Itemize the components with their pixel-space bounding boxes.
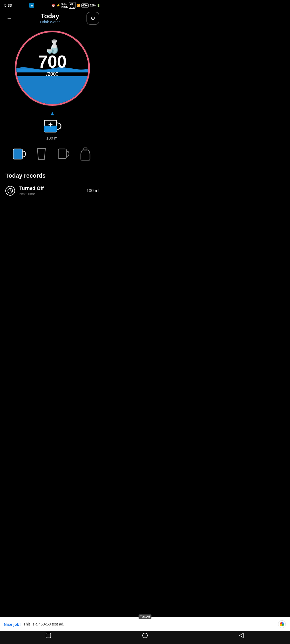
linkedin-icon: in [29,3,34,8]
header: ← Today Drink Water ⚙ [0,10,105,28]
bottle-select-icon [78,147,93,161]
container-mug[interactable] [12,147,27,161]
svg-rect-3 [44,126,57,132]
time-display: 5:33 [4,3,12,8]
mug-add-svg [43,118,61,134]
add-amount-label: 100 ml [46,136,58,140]
bluetooth-icon: ⚡ [56,3,60,7]
svg-rect-8 [58,149,66,159]
alarm-icon: ⏰ [52,4,55,7]
record-name: Turned Off [19,186,82,191]
circle-progress[interactable]: 🍶 700 /2000 [15,31,90,106]
signal-icon: 📶 [77,4,80,7]
circle-progress-container: 🍶 700 /2000 [0,28,105,106]
add-water-button[interactable] [43,118,61,134]
svg-rect-7 [13,149,22,159]
cup-icon [56,147,71,161]
header-center: Today Drink Water [13,12,86,24]
circle-inner: 🍶 700 /2000 [16,32,88,104]
page-subtitle: Drink Water [13,20,86,24]
today-records-title: Today records [0,168,105,182]
battery-icon: 🔋 [97,4,100,7]
circle-content: 🍶 700 /2000 [38,32,67,77]
water-goal: /2000 [46,71,58,77]
status-icons: ⏰ ⚡ 0.21KB/S VoLTE 📶 4G+ 32% 🔋 [52,2,100,9]
status-bar: 5:33 in ⏰ ⚡ 0.21KB/S VoLTE 📶 4G+ 32% 🔋 [0,0,105,10]
add-water-section: ▲ 100 ml [0,106,105,142]
record-info: Turned Off Next Time [19,186,82,196]
gear-icon: ⚙ [90,15,95,21]
container-cup[interactable] [56,147,71,161]
record-clock-icon [5,186,15,196]
container-selector [0,142,105,163]
network-icon: 4G+ [81,3,89,8]
glass-icon [34,147,49,161]
data-speed: 0.21KB/S [61,2,68,8]
container-glass[interactable] [34,147,49,161]
clock-svg [7,188,13,194]
record-amount: 100 ml [86,188,99,193]
volte-icon: VoLTE [69,2,75,9]
mug-icon [12,147,27,161]
record-item: Turned Off Next Time 100 ml [0,182,105,199]
battery-percent: 32% [90,4,96,7]
record-sub: Next Time [19,192,82,196]
up-arrow-icon: ▲ [49,110,55,117]
bottle-icon: 🍶 [44,40,60,53]
water-current: 700 [38,53,67,70]
page-title: Today [13,12,86,20]
back-button[interactable]: ← [5,14,13,23]
container-bottle[interactable] [78,147,93,161]
settings-button[interactable]: ⚙ [86,12,99,25]
water-fill [16,76,88,104]
svg-line-12 [10,191,11,191]
